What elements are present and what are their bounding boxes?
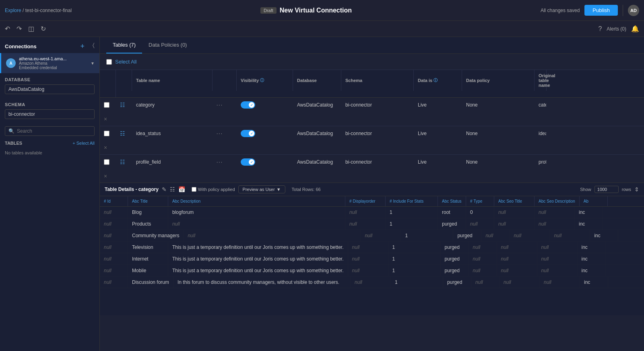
row-dots[interactable]: ···	[213, 126, 237, 141]
remove-icon[interactable]: ×	[104, 173, 107, 179]
breadcrumb-explore[interactable]: Explore	[5, 8, 21, 13]
cell-type: null	[469, 253, 497, 265]
visibility-toggle[interactable]: ✓	[241, 101, 255, 109]
notifications-icon[interactable]: 🔔	[631, 25, 639, 33]
table-row: ☷ idea_status ··· ✓ AwsDataCatalog bi-co…	[100, 126, 644, 155]
cell-type: null	[466, 218, 494, 230]
visibility-toggle[interactable]: ✓	[241, 130, 255, 137]
row-name[interactable]: idea_status	[132, 126, 213, 141]
row-remove[interactable]: ×	[100, 141, 116, 154]
col-database: Database	[293, 70, 341, 91]
row-checkbox[interactable]	[104, 102, 109, 108]
check-icon: ✓	[250, 160, 253, 164]
cell-seo-desc: null	[537, 253, 578, 265]
row-checkbox[interactable]	[104, 131, 109, 136]
calendar-icon[interactable]: 📅	[178, 186, 185, 193]
row-remove[interactable]: ×	[100, 112, 116, 126]
remove-icon[interactable]: ×	[104, 116, 107, 122]
show-rows-input[interactable]	[594, 186, 619, 193]
cell-id: null	[100, 265, 128, 276]
data-table-row: null Discussion forum In this forum to d…	[100, 277, 644, 288]
row-name[interactable]: profile_field	[132, 155, 213, 169]
row-orig-name: category	[535, 98, 547, 112]
policy-label: With policy applied	[198, 187, 235, 192]
expand-button[interactable]: ⇕	[634, 186, 639, 193]
cell-seo-desc: null	[537, 265, 578, 276]
grid-rows: ☷ category ··· ✓ AwsDataCatalog bi-conne…	[100, 98, 644, 183]
tab-tables[interactable]: Tables (7)	[106, 37, 142, 53]
database-select[interactable]: AwsDataCatalog	[5, 84, 95, 94]
top-bar: Explore / test-bi-connector-final Draft …	[0, 0, 644, 21]
edit-icon[interactable]: ✎	[162, 186, 167, 193]
help-icon[interactable]: ?	[598, 25, 602, 33]
alerts-button[interactable]: Alerts (0)	[607, 26, 626, 32]
row-data-policy: None	[462, 98, 535, 112]
row-dots[interactable]: ···	[213, 98, 237, 112]
tab-data-policies[interactable]: Data Policies (0)	[142, 37, 193, 53]
row-checkbox[interactable]	[104, 159, 109, 165]
cell-include-stats: 1	[391, 277, 443, 288]
cell-status: purged	[441, 242, 469, 253]
col-visibility: Visibility ⓘ	[237, 70, 293, 91]
bottom-panel: Table Details - category ✎ ☷ 📅 With poli…	[100, 183, 644, 315]
tables-title: Tables	[5, 141, 22, 146]
grid-view-icon[interactable]: ☷	[170, 186, 175, 193]
add-connection-button[interactable]: +	[80, 43, 85, 50]
total-rows-info: Total Rows: 66	[292, 187, 321, 192]
row-checkbox-cell	[100, 98, 116, 112]
undo-icon[interactable]: ↶	[5, 25, 10, 33]
preview-as-user-button[interactable]: Preview as User ▼	[238, 185, 285, 193]
connection-item[interactable]: A athena.eu-west-1.ama... Amazon Athena …	[0, 53, 99, 73]
schema-title: Schema	[5, 102, 95, 107]
cell-displayorder: null	[351, 277, 391, 288]
refresh-icon[interactable]: ↻	[41, 25, 46, 33]
data-is-info-icon: ⓘ	[433, 78, 438, 83]
search-box[interactable]: 🔍	[5, 126, 95, 136]
row-dots[interactable]: ···	[213, 155, 237, 169]
cell-description: This is just a temporary definition unti…	[168, 242, 348, 253]
visibility-toggle[interactable]: ✓	[241, 158, 255, 166]
row-data-policy: None	[462, 155, 535, 169]
schema-select[interactable]: bi-connector	[5, 109, 95, 119]
save-icon[interactable]: ◫	[28, 25, 34, 33]
bottom-toolbar: Table Details - category ✎ ☷ 📅 With poli…	[100, 183, 644, 196]
select-all-label[interactable]: Select All	[115, 59, 136, 65]
redo-icon[interactable]: ↷	[17, 25, 22, 33]
data-table-row: null Community managers null null 1 purg…	[100, 230, 644, 242]
row-remove[interactable]: ×	[100, 169, 116, 183]
cell-title: Blog	[128, 207, 168, 218]
cell-include-stats: 1	[386, 207, 438, 218]
connections-title: Connections	[5, 43, 37, 49]
col-id: # Id	[100, 196, 128, 206]
cell-seo-desc: null	[540, 277, 580, 288]
sidebar-select-all-button[interactable]: + Select All	[72, 141, 95, 146]
data-table-header: # Id Abc Title Abc Description # Display…	[100, 196, 644, 207]
search-input[interactable]	[17, 128, 91, 134]
table-icon: ☷	[120, 102, 125, 108]
cell-title: Community managers	[128, 230, 184, 241]
divider	[623, 5, 623, 16]
cell-displayorder: null	[348, 242, 388, 253]
col-type: # Type	[466, 196, 494, 206]
policy-checkbox[interactable]	[192, 187, 196, 192]
row-data-is: Live	[414, 98, 462, 112]
sidebar-collapse-button[interactable]: 〈	[89, 39, 98, 52]
row-icon-cell: ☷	[116, 98, 132, 112]
remove-icon[interactable]: ×	[104, 144, 107, 151]
publish-button[interactable]: Publish	[584, 5, 618, 16]
col-schema: Schema	[341, 70, 414, 91]
select-all-checkbox[interactable]	[106, 59, 112, 65]
cell-description: blogforum	[168, 207, 345, 218]
cell-include-stats: 1	[388, 242, 441, 253]
cell-type: 0	[466, 207, 494, 218]
toolbar-right: ? Alerts (0) 🔔	[598, 25, 639, 33]
connection-arrow-icon: ▼	[91, 61, 95, 66]
show-label: Show	[580, 187, 591, 192]
cell-me: inc	[578, 253, 606, 265]
row-name[interactable]: category	[132, 98, 213, 112]
topbar-right: All changes saved Publish AD	[541, 5, 639, 16]
plus-icon: +	[72, 141, 75, 146]
cell-include-stats: 1	[386, 218, 438, 230]
tables-section: Select All Table name Visibility ⓘ Datab…	[100, 54, 644, 183]
database-section: Database AwsDataCatalog	[0, 73, 99, 98]
